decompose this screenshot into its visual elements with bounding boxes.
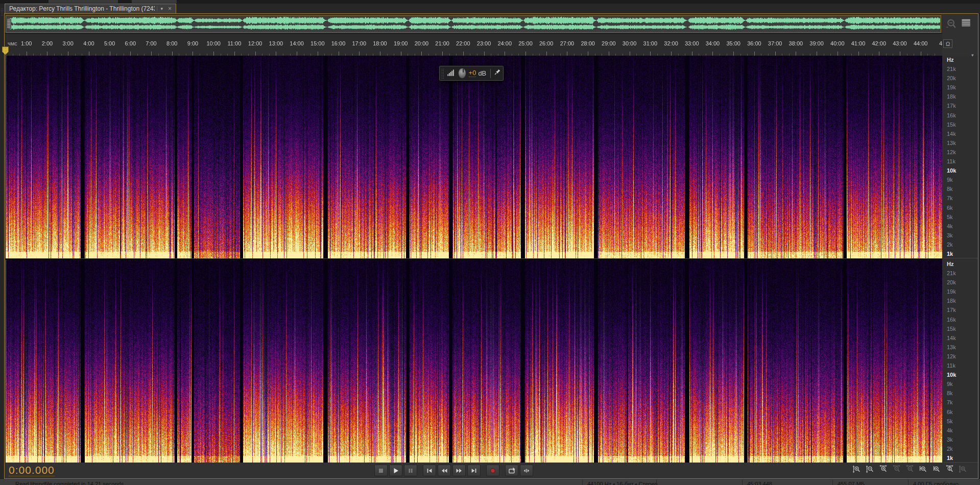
gain-hud[interactable]: +0 dB bbox=[439, 65, 504, 81]
freq-label: 6k bbox=[947, 205, 978, 211]
tab-dropdown-icon[interactable]: ▾ bbox=[157, 6, 166, 11]
ruler-minute-label: 26:00 bbox=[539, 40, 554, 46]
freq-label: 17k bbox=[947, 103, 978, 109]
hud-divider bbox=[490, 69, 491, 78]
frequency-scale-left-channel[interactable]: Hz21k20k19k18k17k16k15k14k13k12k11k10k9k… bbox=[943, 56, 978, 258]
ruler-minute-label: 11:00 bbox=[228, 40, 242, 46]
ruler-tick bbox=[692, 52, 692, 56]
ruler-minute-label: 29:00 bbox=[602, 40, 616, 46]
zoom-out-full-icon bbox=[905, 465, 915, 473]
pause-button[interactable] bbox=[404, 465, 417, 476]
freq-label: 13k bbox=[947, 344, 978, 350]
fast-forward-button[interactable] bbox=[452, 465, 466, 476]
hud-grip-icon[interactable] bbox=[441, 68, 444, 79]
skip-to-start-button[interactable] bbox=[423, 465, 436, 476]
freq-label: 16k bbox=[947, 112, 978, 118]
ruler-tick bbox=[463, 52, 464, 56]
ffwd-icon bbox=[455, 467, 463, 475]
zoom-out-amplitude-button[interactable] bbox=[866, 465, 875, 475]
rewind-button[interactable] bbox=[438, 465, 451, 476]
record-button[interactable] bbox=[486, 465, 499, 476]
stop-button[interactable] bbox=[374, 465, 388, 476]
panel-menu-icon[interactable] bbox=[961, 17, 971, 30]
ruler-minute-label: 28:00 bbox=[581, 40, 595, 46]
status-divider bbox=[742, 480, 743, 485]
zoom-in-time-button[interactable] bbox=[879, 465, 888, 475]
freq-label: 5k bbox=[947, 418, 978, 424]
time-display[interactable]: 0:00.000 bbox=[9, 464, 55, 476]
play-button[interactable] bbox=[389, 465, 402, 476]
timeline-ruler[interactable]: чмс 1:002:003:004:005:006:007:008:009:00… bbox=[5, 33, 942, 56]
ruler-minute-label: 2:00 bbox=[42, 40, 53, 46]
tab-editor[interactable]: Редактор: Percy Thrills Thrillington - T… bbox=[5, 4, 176, 13]
freq-label: 10k bbox=[947, 372, 978, 378]
ruler-minute-label: 20:00 bbox=[415, 40, 429, 46]
ruler-tick bbox=[546, 52, 547, 56]
freq-label: 7k bbox=[947, 195, 978, 201]
pin-icon[interactable] bbox=[494, 68, 501, 78]
ruler-tick bbox=[318, 52, 318, 56]
ruler-minute-label: 15:00 bbox=[310, 40, 325, 46]
zoom-to-selection-button[interactable] bbox=[945, 465, 954, 475]
freq-label: 4k bbox=[947, 427, 978, 433]
freq-label: 10k bbox=[947, 167, 978, 174]
zoom-out-time-button[interactable] bbox=[892, 465, 901, 475]
status-message: Read libsndfile completed in 14.21 secon… bbox=[15, 481, 124, 485]
zoom-full-icon bbox=[959, 465, 968, 473]
zoom-to-selection-icon bbox=[945, 465, 954, 473]
gain-value[interactable]: +0 bbox=[469, 69, 476, 77]
gain-knob[interactable] bbox=[458, 68, 466, 79]
loop-icon bbox=[508, 467, 516, 475]
ruler-tick bbox=[609, 52, 609, 56]
ruler-tick bbox=[775, 52, 776, 56]
freq-label: 18k bbox=[947, 93, 978, 100]
zoom-in-amplitude-button[interactable] bbox=[852, 465, 862, 475]
ruler-tick bbox=[442, 52, 443, 56]
overview-waveform-strip[interactable] bbox=[6, 15, 941, 33]
overview-zoom-out-icon[interactable] bbox=[944, 17, 955, 30]
frequency-scale-right-channel[interactable]: Hz21k20k19k18k17k16k15k14k13k12k11k10k9k… bbox=[943, 260, 978, 463]
status-cell: 455.07 МБ bbox=[838, 481, 865, 485]
ruler-unit-label: чмс bbox=[8, 40, 17, 46]
overview-waveform[interactable] bbox=[7, 16, 940, 32]
ruler-tick bbox=[339, 52, 339, 56]
freq-label: 20k bbox=[947, 75, 978, 81]
loop-playback-button[interactable] bbox=[505, 465, 518, 476]
zoom-full-button[interactable] bbox=[959, 465, 968, 475]
ruler-tick bbox=[650, 52, 651, 56]
hidden-tab-fragment bbox=[49, 0, 118, 4]
zoom-in-at-out-point-icon bbox=[932, 465, 941, 473]
close-icon[interactable]: × bbox=[166, 5, 174, 12]
freq-label: 19k bbox=[947, 288, 978, 295]
ruler-minute-label: 32:00 bbox=[664, 40, 678, 46]
freq-label: 16k bbox=[947, 317, 978, 323]
ruler-tick bbox=[27, 52, 27, 56]
ruler-minute-label: 5:00 bbox=[104, 40, 115, 46]
freq-label: 9k bbox=[947, 177, 978, 183]
panel-grip-icon[interactable] bbox=[1, 8, 4, 16]
ruler-minute-label: 13:00 bbox=[269, 40, 283, 46]
freq-label: 11k bbox=[947, 362, 978, 369]
zoom-out-full-button[interactable] bbox=[905, 465, 915, 475]
zoom-in-at-in-point-button[interactable] bbox=[919, 465, 928, 475]
gain-unit-label: dB bbox=[478, 69, 486, 77]
ruler-minute-label: 12:00 bbox=[248, 40, 262, 46]
scale-dropdown-icon[interactable]: ▾ bbox=[971, 53, 974, 58]
skip-to-end-button[interactable] bbox=[467, 465, 481, 476]
channel-divider[interactable] bbox=[6, 258, 942, 260]
zoom-in-at-out-point-button[interactable] bbox=[932, 465, 941, 475]
ruler-minute-label: 37:00 bbox=[768, 40, 782, 46]
ruler-minute-label: 19:00 bbox=[394, 40, 408, 46]
ruler-minute-label: 24:00 bbox=[498, 40, 512, 46]
overview-range-handle[interactable] bbox=[7, 19, 11, 29]
ruler-tick bbox=[505, 52, 505, 56]
ruler-minute-label: 7:00 bbox=[146, 40, 156, 46]
status-divider bbox=[832, 480, 833, 485]
headphone-monitor-icon[interactable]: Ω bbox=[943, 39, 952, 48]
ruler-minute-label: 14:00 bbox=[290, 40, 304, 46]
record-icon bbox=[489, 467, 497, 475]
ruler-tick bbox=[671, 52, 672, 56]
skip-selection-button[interactable] bbox=[520, 465, 533, 476]
ruler-tick bbox=[733, 52, 734, 56]
ruler-tick bbox=[921, 52, 921, 56]
